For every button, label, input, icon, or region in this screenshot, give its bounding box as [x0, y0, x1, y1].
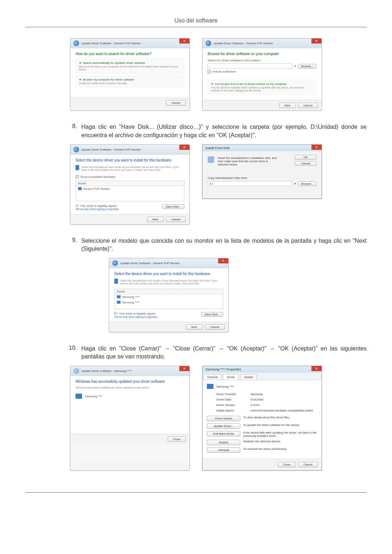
- tab-driver[interactable]: Driver: [223, 374, 238, 380]
- dialog-title: How do you want to search for driver sof…: [75, 52, 184, 56]
- signer-label: Digital Signer:: [216, 409, 248, 412]
- close-icon[interactable]: ✕: [179, 145, 189, 150]
- back-arrow-icon[interactable]: ←: [205, 40, 211, 46]
- search-label: Search for driver software in this locat…: [208, 59, 317, 62]
- dialog-title: Select the device driver you want to ins…: [75, 158, 184, 162]
- opt-browse-desc: Locate and install driver software manua…: [79, 82, 181, 85]
- next-button[interactable]: Next: [147, 217, 164, 222]
- properties-dialog: Samsung **** Properties ✕ General Driver…: [202, 366, 322, 471]
- browse-button[interactable]: Browse...: [298, 64, 317, 69]
- close-button[interactable]: Close: [168, 436, 186, 442]
- arrow-bullet-icon: ➔: [79, 78, 81, 81]
- back-arrow-icon[interactable]: ←: [73, 147, 79, 152]
- tab-general[interactable]: General: [203, 374, 221, 380]
- shield-icon: 🛡: [75, 204, 79, 208]
- fig-select-driver: ✕ ← Update Driver Software - Generic PnP…: [70, 144, 190, 224]
- breadcrumb: Update Driver Software - Generic PnP Mon…: [81, 148, 141, 151]
- fig-row-1: ✕ ← Update Driver Software - Generic PnP…: [25, 38, 367, 111]
- back-arrow-icon[interactable]: ←: [73, 40, 79, 46]
- tab-details[interactable]: Details: [240, 374, 257, 380]
- table-row[interactable]: Samsung ****: [115, 294, 223, 300]
- table-row[interactable]: Generic PnP Monitor: [76, 186, 184, 192]
- table-row[interactable]: Samsung ****: [115, 300, 223, 305]
- device-name: Samsung ****: [216, 385, 234, 388]
- arrow-bullet-icon: ➔: [79, 61, 81, 65]
- provider-label: Driver Provider:: [216, 393, 248, 396]
- monitor-icon: [75, 394, 82, 399]
- model-column-header: Model: [76, 181, 184, 186]
- opt-pick-list[interactable]: Let me pick from a list of device driver…: [215, 82, 287, 86]
- disable-button[interactable]: Disable: [207, 440, 240, 445]
- next-button[interactable]: Next: [186, 324, 203, 330]
- device-name: Samsung ****: [85, 395, 102, 398]
- success-sub: Windows has finished installing the driv…: [75, 386, 184, 389]
- page-header: Uso del software: [25, 0, 367, 27]
- date-value: 4/14/2005: [250, 398, 317, 401]
- opt-auto-search[interactable]: Search automatically for updated driver …: [83, 61, 145, 65]
- step-text: Haga clic en "Close (Cerrar)" → "Close (…: [81, 345, 367, 361]
- location-input[interactable]: [208, 63, 292, 69]
- model-column-header: Model: [115, 289, 223, 294]
- next-button[interactable]: Next: [279, 103, 296, 108]
- breadcrumb: Update Driver Software - Generic PnP Mon…: [81, 42, 141, 45]
- dialog-message: Insert the manufacturer's installation d…: [218, 156, 279, 166]
- fig-search-method: ✕ ← Update Driver Software - Generic PnP…: [70, 38, 190, 111]
- cancel-button[interactable]: Cancel: [166, 100, 186, 106]
- close-icon[interactable]: ✕: [311, 38, 322, 44]
- signing-link[interactable]: Tell me why driver signing is important: [75, 208, 118, 210]
- install-from-disk-dialog: Install From Disk ✕ Insert the manufactu…: [202, 144, 322, 199]
- rollback-desc: If the device fails after updating the d…: [243, 431, 317, 438]
- model-item: Samsung ****: [122, 295, 139, 299]
- have-disk-button[interactable]: Have Disk...: [201, 312, 223, 317]
- close-icon[interactable]: ✕: [179, 38, 189, 44]
- rollback-button[interactable]: Roll Back Driver: [207, 431, 240, 436]
- update-driver-button[interactable]: Update Driver...: [207, 423, 240, 429]
- back-arrow-icon[interactable]: ←: [73, 368, 79, 374]
- cancel-button[interactable]: Cancel: [166, 217, 186, 222]
- fig-row-3: ✕ ← Update Driver Software - Generic PnP…: [25, 258, 367, 332]
- close-icon[interactable]: ✕: [179, 366, 189, 371]
- breadcrumb: Update Driver Software - Generic PnP Mon…: [120, 262, 180, 265]
- back-arrow-icon[interactable]: ←: [112, 260, 118, 266]
- step-9: 9. Seleccione el modelo que coincida con…: [25, 237, 367, 253]
- close-icon[interactable]: ✕: [311, 366, 322, 371]
- monitor-icon: [114, 279, 118, 284]
- driver-details-button[interactable]: Driver Details: [207, 416, 240, 421]
- dialog-title: Select the device driver you want to ins…: [114, 272, 223, 276]
- signer-value: microsoft windows hardware compatibility…: [250, 409, 317, 412]
- uninstall-desc: To uninstall the driver (Advanced).: [243, 447, 317, 451]
- opt-browse[interactable]: Browse my computer for driver software: [83, 78, 134, 81]
- have-disk-button[interactable]: Have Disk...: [162, 204, 184, 209]
- opt-auto-desc: Windows will search your computer and th…: [79, 65, 181, 71]
- close-icon[interactable]: ✕: [311, 145, 322, 150]
- monitor-icon: [207, 384, 213, 389]
- fig-row-2: ✕ ← Update Driver Software - Generic PnP…: [25, 144, 367, 224]
- ok-button[interactable]: OK: [295, 155, 317, 160]
- cancel-button[interactable]: Cancel: [205, 324, 225, 330]
- signing-link[interactable]: Tell me why driver signing is important: [114, 316, 157, 318]
- date-label: Driver Date:: [216, 398, 248, 401]
- arrow-bullet-icon: ➔: [211, 82, 213, 86]
- fig-select-model: ✕ ← Update Driver Software - Generic PnP…: [109, 258, 229, 332]
- monitor-icon: [117, 295, 121, 298]
- show-compatible-checkbox[interactable]: ✓: [75, 175, 79, 178]
- browse-button[interactable]: Browse...: [298, 181, 317, 186]
- step-text: Haga clic en "Have Disk... (Utilizar dis…: [81, 123, 367, 139]
- path-input[interactable]: A:\: [208, 181, 292, 186]
- cancel-button[interactable]: Cancel: [298, 103, 318, 108]
- step-number: 10.: [65, 345, 81, 361]
- close-icon[interactable]: ✕: [218, 258, 228, 263]
- dialog-title: Browse for driver software on your compu…: [208, 52, 317, 56]
- floppy-icon: [208, 156, 214, 163]
- page-content: ✕ ← Update Driver Software - Generic PnP…: [0, 38, 392, 471]
- close-button[interactable]: Close: [278, 462, 296, 467]
- uninstall-button[interactable]: Uninstall: [207, 447, 240, 453]
- cancel-button[interactable]: Cancel: [295, 161, 317, 166]
- include-subfolders-checkbox[interactable]: ✓: [208, 70, 211, 73]
- fig-row-4: ✕ ← Update Driver Software - Samsung ***…: [25, 366, 367, 471]
- fig-browse-location: ✕ ← Update Driver Software - Generic PnP…: [202, 38, 322, 111]
- cancel-button[interactable]: Cancel: [298, 462, 318, 467]
- include-subfolders-label: Include subfolders: [212, 70, 236, 73]
- monitor-icon: [75, 165, 79, 170]
- step-number: 8.: [65, 123, 81, 139]
